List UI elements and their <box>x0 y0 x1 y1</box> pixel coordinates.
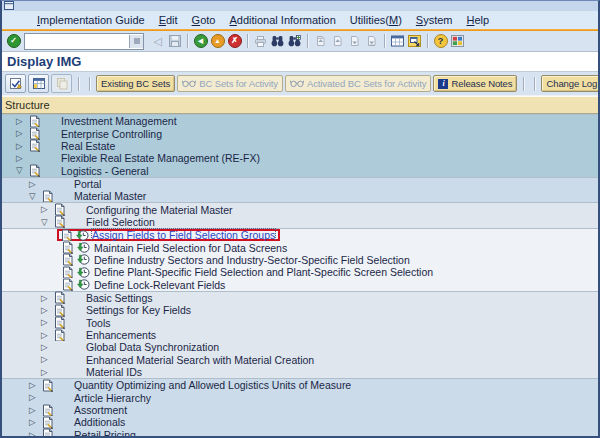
tree-row-logistics-general[interactable]: ▽Logistics - General <box>2 164 598 176</box>
exit-icon[interactable]: ▲ <box>209 33 226 49</box>
tree-row-enhanced-material-search-with-material-cre[interactable]: ▷Enhanced Material Search with Material … <box>2 354 598 366</box>
activity-icon[interactable] <box>76 241 90 254</box>
doc-icon[interactable] <box>41 379 54 392</box>
activity-icon[interactable] <box>75 229 89 242</box>
activity-icon[interactable] <box>76 253 90 266</box>
tree-row-enhancements[interactable]: ▷Enhancements <box>2 329 598 341</box>
doc-icon[interactable] <box>41 428 54 438</box>
tree-row-assortment[interactable]: ▷Assortment <box>2 404 598 416</box>
new-session-icon[interactable] <box>389 33 406 49</box>
expand-arrow-icon[interactable]: ▷ <box>29 180 41 189</box>
expand-arrow-icon[interactable]: ▷ <box>41 205 53 214</box>
change-log-button[interactable]: Change Log <box>541 75 600 92</box>
tree-row-article-hierarchy[interactable]: ▷Article Hierarchy <box>2 392 598 404</box>
enter-button[interactable]: ✓ <box>5 33 22 49</box>
menu-help[interactable]: Help <box>460 13 497 27</box>
activity-icon[interactable] <box>76 266 90 279</box>
expand-arrow-icon[interactable]: ▷ <box>41 306 53 315</box>
tree-row-quantity-optimizing-and-allowed-logistics-[interactable]: ▷Quantity Optimizing and Allowed Logisti… <box>2 378 598 391</box>
help-icon[interactable]: ? <box>432 33 449 49</box>
tree-row-label: Flexible Real Estate Management (RE-FX) <box>61 152 260 164</box>
doc-icon[interactable] <box>60 229 73 242</box>
create-shortcut-icon[interactable] <box>406 33 423 49</box>
menu-goto[interactable]: Goto <box>185 13 223 27</box>
cancel-icon[interactable]: ✗ <box>226 33 243 49</box>
existing-bc-sets-button[interactable]: Existing BC Sets <box>96 75 175 92</box>
expand-arrow-icon[interactable]: ▷ <box>29 431 41 438</box>
doc-icon[interactable] <box>61 253 74 266</box>
separator <box>89 77 90 91</box>
tree-row-define-lock-relevant-fields[interactable]: Define Lock-Relevant Fields <box>2 278 598 290</box>
doc-icon[interactable] <box>28 139 41 152</box>
expand-arrow-icon[interactable]: ▷ <box>41 368 53 377</box>
find-icon[interactable] <box>269 33 286 49</box>
tree-row-basic-settings[interactable]: ▷Basic Settings <box>2 291 598 304</box>
tree-row-real-estate[interactable]: ▷Real Estate <box>2 140 598 152</box>
doc-icon[interactable] <box>53 316 66 329</box>
activity-icon[interactable] <box>76 278 90 291</box>
command-input[interactable] <box>25 35 129 47</box>
doc-icon[interactable] <box>53 304 66 317</box>
doc-icon[interactable] <box>53 329 66 342</box>
choose-icon[interactable] <box>5 74 26 93</box>
tree-row-material-master[interactable]: ▽Material Master <box>2 190 598 202</box>
expand-arrow-icon[interactable]: ▷ <box>29 418 41 427</box>
expand-arrow-icon[interactable]: ▷ <box>29 381 41 390</box>
doc-icon[interactable] <box>53 291 66 304</box>
tree-row-investment-management[interactable]: ▷Investment Management <box>2 114 598 127</box>
command-history-button[interactable] <box>129 35 143 48</box>
expand-arrow-icon[interactable]: ▷ <box>29 393 41 402</box>
doc-icon[interactable] <box>28 115 41 128</box>
expand-arrow-icon[interactable]: ▷ <box>41 343 53 352</box>
tree-row-define-industry-sectors-and-industry-secto[interactable]: Define Industry Sectors and Industry-Sec… <box>2 254 598 266</box>
menu-edit[interactable]: Edit <box>152 13 185 27</box>
tree-row-portal[interactable]: ▷Portal <box>2 177 598 190</box>
tree-row-tools[interactable]: ▷Tools <box>2 317 598 329</box>
doc-icon[interactable] <box>28 164 41 177</box>
tree-row-flexible-real-estate-management-re-fx[interactable]: ▷Flexible Real Estate Management (RE-FX) <box>2 152 598 164</box>
previous-page-icon <box>329 33 346 49</box>
tree-row-material-ids[interactable]: ▷Material IDs <box>2 366 598 378</box>
tree-row-configuring-the-material-master[interactable]: ▷Configuring the Material Master <box>2 202 598 215</box>
expand-arrow-icon[interactable]: ▷ <box>16 154 28 163</box>
tree-row-assign-fields-to-field-selection-groups[interactable]: Assign Fields to Field Selection Groups <box>2 228 598 241</box>
doc-icon[interactable] <box>61 278 74 291</box>
doc-icon[interactable] <box>61 241 74 254</box>
expand-arrow-icon[interactable]: ▷ <box>29 406 41 415</box>
doc-icon[interactable] <box>53 215 66 228</box>
collapse-arrow-icon[interactable]: ▽ <box>29 192 41 201</box>
menu-utilities-m[interactable]: Utilities(M) <box>343 13 409 27</box>
tree-row-settings-for-key-fields[interactable]: ▷Settings for Key Fields <box>2 304 598 316</box>
expand-arrow-icon[interactable]: ▷ <box>16 117 28 126</box>
expand-arrow-icon[interactable]: ▷ <box>41 331 53 340</box>
application-toolbar: Existing BC SetsBC Sets for ActivityActi… <box>2 72 598 96</box>
tree-row-enterprise-controlling[interactable]: ▷Enterprise Controlling <box>2 127 598 139</box>
doc-icon[interactable] <box>41 416 54 429</box>
collapse-arrow-icon[interactable]: ▽ <box>16 166 28 175</box>
menu-implementation-guide[interactable]: Implementation Guide <box>30 13 152 27</box>
tree-row-global-data-synchronization[interactable]: ▷Global Data Synchronization <box>2 341 598 353</box>
back-icon[interactable]: ◀ <box>192 33 209 49</box>
structure-list-icon[interactable] <box>28 74 49 93</box>
collapse-arrow-icon[interactable]: ▽ <box>41 218 53 227</box>
doc-icon[interactable] <box>41 190 54 203</box>
doc-icon[interactable] <box>41 404 54 417</box>
menu-system[interactable]: System <box>409 13 460 27</box>
tree-row-additionals[interactable]: ▷Additionals <box>2 416 598 428</box>
tree-row-retail-pricing[interactable]: ▷Retail Pricing <box>2 429 598 438</box>
tree-row-define-plant-specific-field-selection-and-[interactable]: Define Plant-Specific Field Selection an… <box>2 266 598 278</box>
release-notes-button[interactable]: iRelease Notes <box>433 75 517 92</box>
expand-arrow-icon[interactable]: ▷ <box>16 142 28 151</box>
tree-row-field-selection[interactable]: ▽Field Selection <box>2 216 598 228</box>
doc-icon[interactable] <box>28 127 41 140</box>
expand-arrow-icon[interactable]: ▷ <box>41 294 53 303</box>
menu-additional-information[interactable]: Additional Information <box>222 13 342 27</box>
expand-arrow-icon[interactable]: ▷ <box>41 355 53 364</box>
doc-icon[interactable] <box>61 266 74 279</box>
doc-icon[interactable] <box>53 203 66 216</box>
find-next-icon[interactable] <box>286 33 303 49</box>
expand-arrow-icon[interactable]: ▷ <box>16 129 28 138</box>
customize-layout-icon[interactable] <box>449 33 466 49</box>
expand-arrow-icon[interactable]: ▷ <box>41 318 53 327</box>
tree-row-maintain-field-selection-for-data-screens[interactable]: Maintain Field Selection for Data Screen… <box>2 241 598 253</box>
